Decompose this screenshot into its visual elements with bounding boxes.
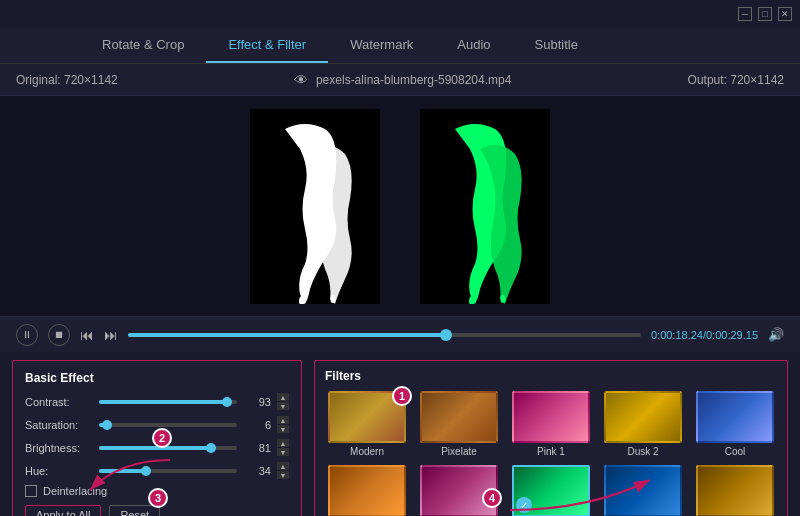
contrast-thumb [222, 397, 232, 407]
filter-pink1[interactable]: Pink 1 [509, 391, 593, 457]
original-preview [250, 109, 380, 304]
saturation-value: 6 [243, 419, 271, 431]
brightness-slider[interactable] [99, 446, 237, 450]
effect-panel: Basic Effect Contrast: 93 ▲ ▼ Saturation… [12, 360, 302, 516]
brightness-up[interactable]: ▲ [277, 439, 289, 447]
saturation-thumb [102, 420, 112, 430]
filter-dusk2-label: Dusk 2 [627, 446, 658, 457]
progress-bar[interactable] [128, 333, 641, 337]
deinterlace-checkbox[interactable] [25, 485, 37, 497]
effect-panel-title: Basic Effect [25, 371, 289, 385]
filter-dusk2-thumb [604, 391, 682, 443]
contrast-down[interactable]: ▼ [277, 402, 289, 410]
brightness-thumb [206, 443, 216, 453]
time-display: 0:00:18.24/0:00:29.15 [651, 329, 758, 341]
filter-dusk2[interactable]: Dusk 2 [601, 391, 685, 457]
saturation-row: Saturation: 6 ▲ ▼ [25, 416, 289, 433]
effect-action-btns: Apply to All Reset [25, 505, 289, 516]
filters-title: Filters [325, 369, 777, 383]
maximize-button[interactable]: □ [758, 7, 772, 21]
hue-fill [99, 469, 146, 473]
pause-button[interactable]: ⏸ [16, 324, 38, 346]
filter-selected-check: ✓ [516, 497, 532, 513]
next-button[interactable]: ⏭ [104, 327, 118, 343]
prev-button[interactable]: ⏮ [80, 327, 94, 343]
filters-grid: Modern Pixelate Pink 1 Dusk 2 Cool Dusk … [325, 391, 777, 516]
title-bar: ─ □ ✕ [0, 0, 800, 28]
close-button[interactable]: ✕ [778, 7, 792, 21]
brightness-label: Brightness: [25, 442, 93, 454]
filter-dawn-thumb [604, 465, 682, 516]
hue-slider[interactable] [99, 469, 237, 473]
tab-subtitle[interactable]: Subtitle [513, 28, 600, 63]
volume-icon[interactable]: 🔊 [768, 327, 784, 342]
saturation-up[interactable]: ▲ [277, 416, 289, 424]
apply-to-all-button[interactable]: Apply to All [25, 505, 101, 516]
contrast-slider[interactable] [99, 400, 237, 404]
hue-arrows: ▲ ▼ [277, 462, 289, 479]
tab-rotate-crop[interactable]: Rotate & Crop [80, 28, 206, 63]
brightness-down[interactable]: ▼ [277, 448, 289, 456]
tab-effect-filter[interactable]: Effect & Filter [206, 28, 328, 63]
filter-cool[interactable]: Cool [693, 391, 777, 457]
hue-value: 34 [243, 465, 271, 477]
tab-audio[interactable]: Audio [435, 28, 512, 63]
svg-point-5 [501, 295, 506, 303]
deinterlace-label: Deinterlacing [43, 485, 107, 497]
filename: pexels-alina-blumberg-5908204.mp4 [316, 73, 511, 87]
tab-bar: Rotate & Crop Effect & Filter Watermark … [0, 28, 800, 64]
filter-dusk3-thumb [328, 465, 406, 516]
filter-pink2-thumb [420, 465, 498, 516]
saturation-down[interactable]: ▼ [277, 425, 289, 433]
filter-dusk3[interactable]: Dusk 3 [325, 465, 409, 516]
saturation-arrows: ▲ ▼ [277, 416, 289, 433]
progress-fill [128, 333, 446, 337]
deinterlace-row: Deinterlacing [25, 485, 289, 497]
brightness-arrows: ▲ ▼ [277, 439, 289, 456]
svg-point-2 [331, 295, 336, 303]
bottom-panel: Basic Effect Contrast: 93 ▲ ▼ Saturation… [0, 352, 800, 516]
reset-button[interactable]: Reset [109, 505, 160, 516]
filter-pixelate-thumb [420, 391, 498, 443]
tab-watermark[interactable]: Watermark [328, 28, 435, 63]
contrast-arrows: ▲ ▼ [277, 393, 289, 410]
output-resolution: Output: 720×1142 [688, 73, 784, 87]
minimize-button[interactable]: ─ [738, 7, 752, 21]
original-resolution: Original: 720×1142 [16, 73, 118, 87]
filter-cool-label: Cool [725, 446, 746, 457]
contrast-label: Contrast: [25, 396, 93, 408]
output-preview [420, 109, 550, 304]
hue-down[interactable]: ▼ [277, 471, 289, 479]
hue-up[interactable]: ▲ [277, 462, 289, 470]
saturation-label: Saturation: [25, 419, 93, 431]
filter-pixelate[interactable]: Pixelate [417, 391, 501, 457]
filter-modern-label: Modern [350, 446, 384, 457]
filter-modern[interactable]: Modern [325, 391, 409, 457]
contrast-up[interactable]: ▲ [277, 393, 289, 401]
filter-green[interactable]: ✓ Green [509, 465, 593, 516]
hue-label: Hue: [25, 465, 93, 477]
hue-thumb [141, 466, 151, 476]
filter-modern-thumb [328, 391, 406, 443]
visibility-icon: 👁 [294, 72, 308, 88]
preview-area [0, 96, 800, 316]
filter-pixelate-label: Pixelate [441, 446, 477, 457]
filter-green-thumb: ✓ [512, 465, 590, 516]
contrast-fill [99, 400, 227, 404]
filter-dusk1[interactable]: Dusk 1 [693, 465, 777, 516]
contrast-value: 93 [243, 396, 271, 408]
stop-button[interactable]: ⏹ [48, 324, 70, 346]
brightness-value: 81 [243, 442, 271, 454]
filter-dawn[interactable]: Dawn [601, 465, 685, 516]
contrast-row: Contrast: 93 ▲ ▼ [25, 393, 289, 410]
file-bar: Original: 720×1142 👁 pexels-alina-blumbe… [0, 64, 800, 96]
filters-panel: Filters Modern Pixelate Pink 1 Dusk 2 Co… [314, 360, 788, 516]
filter-cool-thumb [696, 391, 774, 443]
filter-dusk1-thumb [696, 465, 774, 516]
playback-bar: ⏸ ⏹ ⏮ ⏭ 0:00:18.24/0:00:29.15 🔊 [0, 316, 800, 352]
filter-pink1-thumb [512, 391, 590, 443]
brightness-row: Brightness: 81 ▲ ▼ [25, 439, 289, 456]
hue-row: Hue: 34 ▲ ▼ [25, 462, 289, 479]
filter-pink2[interactable]: Pink 2 [417, 465, 501, 516]
saturation-slider[interactable] [99, 423, 237, 427]
